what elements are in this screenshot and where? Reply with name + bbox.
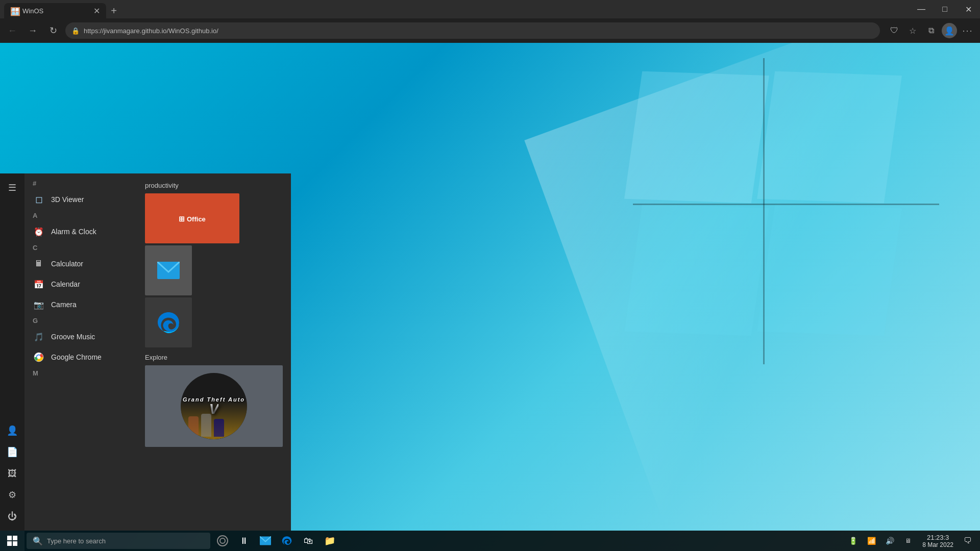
start-windows-logo — [7, 536, 17, 546]
reload-button[interactable]: ↻ — [45, 22, 61, 39]
main-area: ☰ 👤 📄 🖼 ⚙ ⏻ # ◻ 3D Viewer A ⏰ Alarm & Cl — [0, 43, 980, 551]
win-logo-inner — [633, 58, 939, 313]
start-menu: ☰ 👤 📄 🖼 ⚙ ⏻ # ◻ 3D Viewer A ⏰ Alarm & Cl — [0, 173, 291, 531]
taskbar-icons: ⏸ 🛍 📁 — [212, 531, 340, 551]
minimize-button[interactable]: — — [910, 0, 933, 18]
svg-text:Office: Office — [187, 215, 206, 223]
search-placeholder-text: Type here to search — [47, 537, 106, 545]
alpha-header-c: C — [24, 242, 137, 254]
start-app-list: # ◻ 3D Viewer A ⏰ Alarm & Clock C 🖩 Calc… — [24, 173, 137, 531]
app-item-chrome[interactable]: Google Chrome — [24, 347, 137, 367]
app-item-alarm[interactable]: ⏰ Alarm & Clock — [24, 221, 137, 242]
svg-point-7 — [217, 536, 228, 546]
groove-icon: 🎵 — [33, 331, 45, 343]
alpha-header-m: M — [24, 367, 137, 379]
cortana-button[interactable] — [212, 531, 233, 551]
windows-logo-decoration — [633, 58, 939, 313]
tab-title: WinOS — [22, 7, 89, 15]
productivity-section-title: productivity — [145, 182, 283, 189]
app-name-chrome: Google Chrome — [51, 353, 102, 361]
svg-text:⊞: ⊞ — [178, 215, 184, 223]
gta-logo-circle: Grand Theft Auto V — [181, 373, 247, 439]
tab-favicon: 🪟 — [10, 7, 18, 15]
taskbar-system-tray: 🔋 📶 🔊 🖥 21:23:3 8 Mar 2022 🗨 — [845, 533, 980, 549]
power-icon[interactable]: ⏻ — [2, 506, 22, 527]
url-text: https://jivanmagare.github.io/WinOS.gith… — [84, 27, 218, 35]
office-tile-content: ⊞ Office — [177, 206, 208, 231]
taskbar-store[interactable]: 🛍 — [298, 531, 318, 551]
app-name-alarm: Alarm & Clock — [51, 228, 96, 236]
search-icon: 🔍 — [33, 536, 43, 546]
edge-tile-row — [145, 297, 283, 347]
app-item-groove[interactable]: 🎵 Groove Music — [24, 327, 137, 347]
svg-point-2 — [37, 356, 41, 359]
address-box[interactable]: 🔒 https://jivanmagare.github.io/WinOS.gi… — [65, 22, 880, 39]
profile-icon[interactable]: 👤 — [941, 22, 958, 39]
lock-icon: 🔒 — [71, 27, 80, 35]
app-item-calculator[interactable]: 🖩 Calculator — [24, 254, 137, 274]
taskview-button[interactable]: ⏸ — [234, 531, 254, 551]
maximize-button[interactable]: □ — [933, 0, 957, 18]
new-tab-button[interactable]: + — [106, 3, 121, 18]
display-icon[interactable]: 🖥 — [900, 533, 916, 549]
alpha-header-g: G — [24, 315, 137, 327]
calendar-icon: 📅 — [33, 278, 45, 290]
back-button[interactable]: ← — [4, 22, 20, 39]
explore-tile-row: Grand Theft Auto V — [145, 365, 283, 447]
volume-icon[interactable]: 🔊 — [881, 533, 898, 549]
chrome-icon — [33, 351, 45, 363]
taskbar-mail[interactable] — [255, 531, 276, 551]
mail-tile[interactable] — [145, 245, 192, 295]
3dviewer-icon: ◻ — [33, 193, 45, 206]
clock-time: 21:23:3 — [927, 534, 949, 541]
app-item-camera[interactable]: 📷 Camera — [24, 294, 137, 315]
gta-tile[interactable]: Grand Theft Auto V — [145, 365, 283, 447]
browser-menu-button[interactable]: ··· — [960, 22, 976, 39]
alpha-header-hash: # — [24, 178, 137, 189]
start-button[interactable] — [0, 531, 24, 551]
documents-icon[interactable]: 📄 — [2, 442, 22, 462]
sys-icons: 🔋 📶 🔊 🖥 — [845, 533, 916, 549]
tab-bar: 🪟 WinOS ✕ + — □ ✕ — [0, 0, 980, 18]
shield-icon[interactable]: 🛡 — [886, 22, 902, 39]
settings-icon[interactable]: ⚙ — [2, 485, 22, 505]
calculator-icon: 🖩 — [33, 258, 45, 270]
window-controls: — □ ✕ — [910, 0, 980, 18]
win-pane-tl — [624, 71, 769, 204]
tiles-area: productivity ⊞ Office — [137, 173, 291, 531]
app-name-camera: Camera — [51, 300, 77, 309]
app-name-groove: Groove Music — [51, 333, 95, 341]
active-tab[interactable]: 🪟 WinOS ✕ — [4, 3, 106, 18]
collections-icon[interactable]: ⧉ — [923, 22, 939, 39]
app-item-calendar[interactable]: 📅 Calendar — [24, 274, 137, 294]
forward-button[interactable]: → — [24, 22, 41, 39]
clock-date: 8 Mar 2022 — [922, 541, 953, 548]
start-left-strip: ☰ 👤 📄 🖼 ⚙ ⏻ — [0, 173, 24, 531]
tab-close-button[interactable]: ✕ — [93, 6, 100, 16]
alarm-icon: ⏰ — [33, 226, 45, 238]
close-button[interactable]: ✕ — [957, 0, 980, 18]
alpha-header-a: A — [24, 210, 137, 221]
favorites-icon[interactable]: ☆ — [904, 22, 921, 39]
app-item-3dviewer[interactable]: ◻ 3D Viewer — [24, 189, 137, 210]
user-icon[interactable]: 👤 — [2, 420, 22, 441]
app-name-calculator: Calculator — [51, 260, 83, 268]
taskbar-fileexplorer[interactable]: 📁 — [320, 531, 340, 551]
wifi-icon[interactable]: 📶 — [863, 533, 879, 549]
win-pane-br — [757, 204, 902, 336]
edge-tile[interactable] — [145, 297, 192, 347]
taskbar-search[interactable]: 🔍 Type here to search — [27, 533, 210, 549]
battery-icon[interactable]: 🔋 — [845, 533, 861, 549]
taskbar: 🔍 Type here to search ⏸ — [0, 531, 980, 551]
profile-avatar: 👤 — [942, 23, 957, 38]
taskbar-edge[interactable] — [277, 531, 297, 551]
photos-icon[interactable]: 🖼 — [2, 463, 22, 484]
office-tile[interactable]: ⊞ Office — [145, 193, 239, 243]
hamburger-menu-icon[interactable]: ☰ — [2, 178, 22, 198]
system-clock[interactable]: 21:23:3 8 Mar 2022 — [918, 534, 958, 548]
toolbar-icons: 🛡 ☆ ⧉ 👤 ··· — [886, 22, 976, 39]
notification-button[interactable]: 🗨 — [960, 533, 976, 549]
address-bar-row: ← → ↻ 🔒 https://jivanmagare.github.io/Wi… — [0, 18, 980, 43]
productivity-tile-row: ⊞ Office — [145, 193, 283, 295]
browser-chrome: 🪟 WinOS ✕ + — □ ✕ ← → ↻ 🔒 https://jivanm… — [0, 0, 980, 43]
